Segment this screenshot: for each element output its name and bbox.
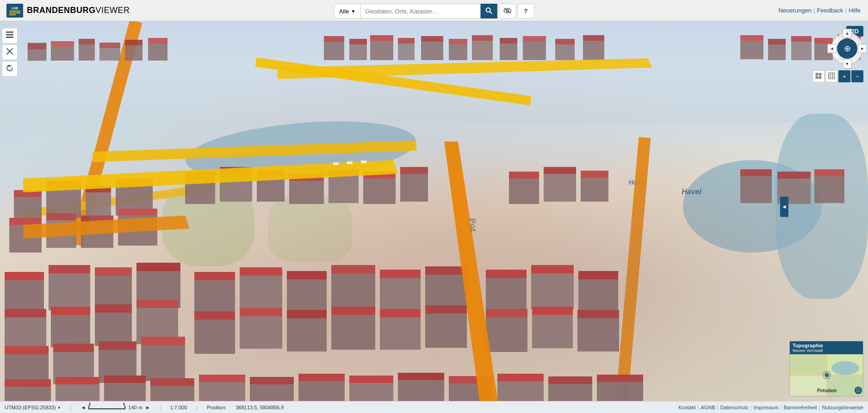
pan-down-button[interactable]: ▼ — [843, 59, 852, 68]
nav-feedback[interactable]: Feedback — [817, 7, 843, 14]
visibility-button[interactable] — [499, 4, 515, 18]
svg-rect-188 — [6, 31, 13, 33]
search-dropdown[interactable]: Alle ▼ — [334, 4, 360, 18]
footer-links: Kontakt | AGNB | Datenschutz | Impressum… — [678, 405, 863, 410]
compass-nav: N ⊕ ▲ ▼ ◄ ► — [831, 32, 863, 65]
position-value: 368113.5, 5804856.9 — [236, 405, 284, 410]
mini-map-title: Topographie Nauen Vorstadt — [790, 341, 863, 354]
info-icon: ⓘ — [856, 387, 861, 394]
header-nav: Neuerungen | Feedback | Hilfe — [779, 7, 868, 14]
mini-map-image[interactable]: Potsdam ⓘ — [790, 354, 863, 396]
mini-map-info-button[interactable]: ⓘ — [855, 387, 862, 394]
zoom-in-button[interactable]: + — [838, 70, 850, 82]
svg-rect-4 — [9, 14, 16, 15]
logo-area: LGB BRANDENBURGVIEWER — [0, 4, 136, 18]
svg-text:LGB: LGB — [12, 6, 19, 10]
close-icon — [6, 48, 13, 56]
search-dropdown-label: Alle — [339, 8, 349, 15]
map-view-controls: + − — [812, 70, 863, 82]
minus-icon: − — [856, 73, 859, 80]
chevron-down-icon: ▼ — [351, 9, 355, 14]
app-title: BRANDENBURGVIEWER — [27, 6, 130, 15]
eye-slash-icon — [503, 7, 511, 15]
compass-ring: N ⊕ ▲ ▼ ◄ ► — [831, 32, 863, 65]
nav-sep-1: | — [813, 7, 815, 14]
search-bar: Alle ▼ ? — [334, 4, 534, 18]
footer-agnb[interactable]: AGNB — [701, 405, 715, 410]
mini-map-city-label: Potsdam — [817, 388, 837, 393]
footer-nutzungshinweise[interactable]: Nutzungshinweise — [822, 405, 863, 410]
search-icon — [485, 7, 492, 16]
basemap-button[interactable] — [812, 70, 825, 82]
question-icon: ? — [524, 7, 528, 15]
scale-line — [88, 406, 125, 409]
help-button[interactable]: ? — [517, 4, 534, 18]
svg-rect-195 — [816, 76, 818, 79]
footer-barrierefreiheit[interactable]: Barrierefreiheit — [784, 405, 817, 410]
layers-button[interactable] — [2, 28, 18, 43]
scale-label: 140 m — [128, 405, 143, 410]
svg-rect-2 — [9, 11, 20, 12]
svg-rect-197 — [829, 73, 835, 79]
footer-impressum[interactable]: Impressum — [753, 405, 778, 410]
mini-map-subtitle: Nauen Vorstadt — [793, 348, 860, 353]
status-sep-3: | — [196, 405, 198, 410]
svg-rect-193 — [816, 73, 818, 75]
refresh-icon — [6, 64, 13, 74]
status-sep-2: | — [160, 405, 161, 410]
position-label: Position: — [207, 405, 226, 410]
svg-point-210 — [831, 361, 859, 375]
search-input[interactable] — [360, 4, 480, 18]
svg-rect-189 — [6, 34, 13, 36]
footer-kontakt[interactable]: Kontakt — [678, 405, 695, 410]
scale-ratio: 1:7.000 — [170, 405, 187, 410]
buildings-overlay — [0, 21, 868, 401]
mini-map: Topographie Nauen Vorstadt Potsdam ⓘ — [789, 341, 863, 396]
svg-rect-3 — [9, 12, 20, 13]
map-area[interactable]: Havel — [0, 21, 868, 401]
pan-right-button[interactable]: ► — [858, 44, 867, 53]
pan-up-button[interactable]: ▲ — [843, 29, 852, 38]
coordinate-system-toggle[interactable]: UTM33 (EPSG:25833) ▲ — [5, 405, 61, 410]
svg-rect-203 — [790, 354, 827, 375]
search-button[interactable] — [480, 4, 497, 18]
zoom-out-button[interactable]: − — [851, 70, 863, 82]
grid-button[interactable] — [825, 70, 837, 82]
basemap-icon — [815, 73, 822, 80]
nav-sep-2: | — [845, 7, 847, 14]
svg-point-211 — [825, 373, 829, 377]
left-toolbar — [0, 26, 19, 79]
lgb-logo: LGB — [6, 4, 23, 18]
scale-bar: ◄ 140 m ► — [81, 405, 150, 410]
svg-rect-190 — [6, 37, 13, 38]
collapse-arrow-icon: ◄ — [781, 203, 787, 210]
svg-line-6 — [490, 12, 491, 13]
layers-icon — [6, 31, 14, 40]
close-tools-button[interactable] — [2, 44, 18, 60]
status-sep-1: | — [70, 405, 72, 410]
scale-arrow-right[interactable]: ► — [145, 405, 150, 410]
svg-rect-194 — [819, 73, 821, 75]
pan-left-button[interactable]: ◄ — [827, 44, 837, 53]
scale-arrow-left[interactable]: ◄ — [81, 405, 86, 410]
compass-inner[interactable]: ⊕ — [837, 38, 857, 59]
status-bar: UTM33 (EPSG:25833) ▲ | ◄ 140 m ► | 1:7.0… — [0, 401, 868, 413]
refresh-button[interactable] — [2, 61, 18, 77]
footer-datenschutz[interactable]: Datenschutz — [720, 405, 748, 410]
compass-arrow: ⊕ — [844, 43, 851, 54]
map-background: Havel — [0, 21, 868, 401]
grid-icon — [828, 73, 835, 80]
svg-rect-196 — [819, 76, 821, 79]
plus-icon: + — [843, 73, 846, 80]
nav-hilfe[interactable]: Hilfe — [849, 7, 861, 14]
mini-map-collapse-button[interactable]: ◄ — [780, 197, 788, 217]
nav-neuerungen[interactable]: Neuerungen — [779, 7, 812, 14]
coordinate-dropdown-icon: ▲ — [57, 405, 61, 409]
coordinate-system-label: UTM33 (EPSG:25833) — [5, 405, 56, 410]
